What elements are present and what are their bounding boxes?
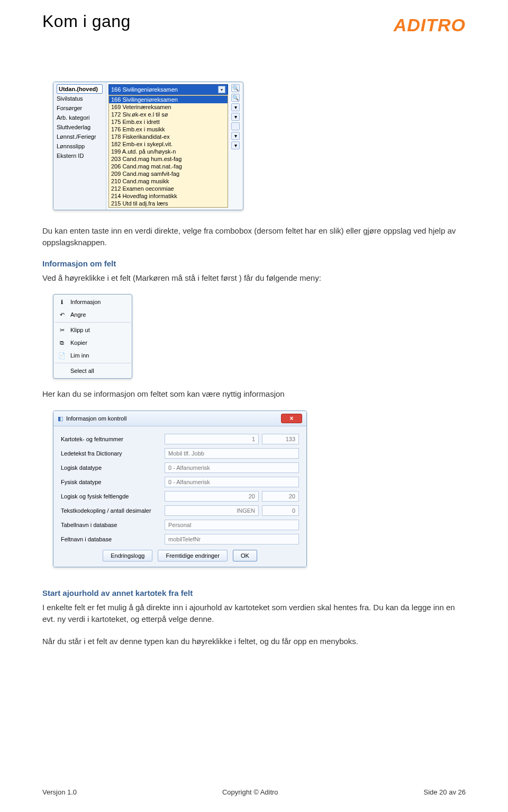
dialog-field-row: Tekstkodekopling / antall desimaler <box>61 505 299 516</box>
combobox-selected-value: 166 Sivilingeniøreksamen <box>111 86 178 93</box>
field-label: Sluttvederlag <box>57 122 103 132</box>
field-side-icons: 🔍 🔍 ▾ ▾ ▾ ▾ <box>231 84 241 149</box>
field-label: Sivilstatus <box>57 94 103 103</box>
close-icon: × <box>289 415 293 422</box>
paragraph: Her kan du se informasjon om feltet som … <box>42 388 466 400</box>
menu-separator <box>55 363 131 363</box>
combobox-option[interactable]: 172 Siv.øk-ex e.l til sø <box>109 111 228 118</box>
combobox-option[interactable]: 199 A.utd. på un/høysk-n <box>109 148 228 155</box>
page-header: Kom i gang ADITRO <box>42 16 466 34</box>
combobox-input[interactable]: 166 Sivilingeniøreksamen ▾ <box>108 84 228 95</box>
chevron-down-icon[interactable]: ▾ <box>231 113 240 121</box>
dialog-field-value <box>165 434 259 444</box>
combobox-option[interactable]: 178 Fiskerikandidat-ex <box>109 133 228 140</box>
field-labels-column: Utdan.(hoved)SivilstatusForsørgerArb. ka… <box>53 82 106 210</box>
search-icon[interactable]: 🔍 <box>231 94 240 102</box>
fremtidige-endringer-button[interactable]: Fremtidige endringer <box>158 550 228 561</box>
dialog-title: Informasjon om kontroll <box>66 415 126 422</box>
lim-inn-icon: 📄 <box>58 351 66 360</box>
menu-separator <box>55 322 131 323</box>
combobox-option[interactable]: 176 Emb.ex i musikk <box>109 126 228 133</box>
dialog-field-label: Fysisk datatype <box>61 479 161 485</box>
select-all-icon <box>58 367 66 375</box>
context-menu-item-label: Lim inn <box>70 352 89 359</box>
ok-button[interactable]: OK <box>233 550 257 561</box>
context-menu-item-label: Angre <box>70 311 86 318</box>
section-heading: Informasjon om felt <box>42 259 466 268</box>
dialog-field-value <box>165 534 299 545</box>
context-menu-item[interactable]: ⧉Kopier <box>55 336 131 349</box>
dialog-field-value <box>165 477 299 487</box>
field-label: Ekstern ID <box>57 151 103 160</box>
combobox-option[interactable]: 214 Hovedfag informatikk <box>109 192 228 200</box>
dialog-field-value <box>165 462 299 473</box>
combobox-option[interactable]: 215 Utd til adj.fra lærs <box>109 200 228 207</box>
endringslogg-button[interactable]: Endringslogg <box>103 550 152 561</box>
combobox-dropdown-button[interactable]: ▾ <box>218 86 225 93</box>
context-menu-item-label: Informasjon <box>70 299 101 305</box>
dialog-field-row: Feltnavn i database <box>61 534 299 545</box>
combobox-option[interactable]: 210 Cand.mag musikk <box>109 177 228 185</box>
dialog-titlebar: ◧ Informasjon om kontroll × <box>53 411 306 426</box>
combobox-dropdown-list: 166 Sivilingeniøreksamen169 Veterinæreks… <box>108 95 228 208</box>
field-info-dialog: ◧ Informasjon om kontroll × Kartotek- og… <box>53 411 307 567</box>
combobox-option[interactable]: 175 Emb.ex i idrett <box>109 118 228 126</box>
dialog-field-row: Kartotek- og feltnummer <box>61 434 299 444</box>
page-footer: Versjon 1.0 Copyright © Aditro Side 20 a… <box>42 788 466 796</box>
search-icon[interactable]: 🔍 <box>231 84 240 92</box>
dialog-field-row: Tabellnavn i database <box>61 520 299 530</box>
paragraph: Når du står i et felt av denne typen kan… <box>42 636 466 647</box>
kopier-icon: ⧉ <box>58 338 66 347</box>
dialog-field-value <box>165 520 299 530</box>
paragraph: Du kan enten taste inn en verdi direkte,… <box>42 225 466 248</box>
context-menu-item[interactable]: ✂Klipp ut <box>55 324 131 336</box>
context-menu-item[interactable]: Select all <box>55 364 131 377</box>
dialog-field-value <box>262 434 299 444</box>
field-label: Arb. kategori <box>57 113 103 122</box>
combobox-option[interactable]: 182 Emb-ex i sykepl.vit. <box>109 140 228 148</box>
dialog-field-value <box>165 505 259 516</box>
field-label: Forsørger <box>57 103 103 113</box>
dialog-field-value <box>262 505 299 516</box>
dialog-field-row: Ledetekst fra Dictionary <box>61 448 299 459</box>
context-menu-item[interactable]: 📄Lim inn <box>55 349 131 362</box>
dialog-field-row: Logisk og fysisk feltlengde <box>61 491 299 502</box>
dialog-button-row: EndringsloggFremtidige endringerOK <box>61 550 299 561</box>
dialog-field-value <box>262 491 299 502</box>
combobox-example: Utdan.(hoved)SivilstatusForsørgerArb. ka… <box>53 82 243 210</box>
dialog-field-label: Logisk og fysisk feltlengde <box>61 493 161 499</box>
combobox-option[interactable]: 166 Sivilingeniøreksamen <box>109 96 228 103</box>
dialog-field-row: Logisk datatype <box>61 462 299 473</box>
close-button[interactable]: × <box>281 414 302 423</box>
dialog-field-value <box>165 491 259 502</box>
footer-page-number: Side 20 av 26 <box>423 788 466 796</box>
brand-logo: ADITRO <box>394 16 466 34</box>
paragraph: Ved å høyreklikke i et felt (Markøren må… <box>42 272 466 284</box>
chevron-down-icon[interactable]: ▾ <box>231 141 240 149</box>
dialog-field-label: Tekstkodekopling / antall desimaler <box>61 507 161 514</box>
combobox-option[interactable]: 206 Cand.mag mat.nat.-fag <box>109 163 228 170</box>
dialog-field-label: Ledetekst fra Dictionary <box>61 450 161 457</box>
combobox-option[interactable]: 203 Cand.mag hum.est-fag <box>109 155 228 163</box>
chevron-down-icon[interactable]: ▾ <box>231 103 240 111</box>
dialog-field-value <box>165 448 299 459</box>
dialog-field-label: Tabellnavn i database <box>61 522 161 528</box>
chevron-down-icon[interactable]: ▾ <box>231 132 240 140</box>
combobox-option[interactable]: 209 Cand.mag samfvit-fag <box>109 170 228 177</box>
context-menu-item[interactable]: ↶Angre <box>55 308 131 321</box>
page-title: Kom i gang <box>42 12 131 31</box>
scrollbar-thumb[interactable] <box>231 122 240 130</box>
informasjon-icon: ℹ <box>58 298 66 306</box>
dialog-field-label: Logisk datatype <box>61 465 161 471</box>
klipp-ut-icon: ✂ <box>58 326 66 334</box>
footer-copyright: Copyright © Aditro <box>222 788 278 796</box>
field-label: Utdan.(hoved) <box>57 84 103 94</box>
context-menu-item[interactable]: ℹInformasjon <box>55 296 131 308</box>
paragraph: I enkelte felt er fet mulig å gå direkte… <box>42 602 466 625</box>
combobox-option[interactable]: 212 Examen oeconmiae <box>109 185 228 192</box>
dialog-field-label: Kartotek- og feltnummer <box>61 436 161 442</box>
dialog-field-row: Fysisk datatype <box>61 477 299 487</box>
dialog-body: Kartotek- og feltnummerLedetekst fra Dic… <box>53 426 306 567</box>
combobox-option[interactable]: 169 Veterinæreksamen <box>109 103 228 111</box>
context-menu: ℹInformasjon↶Angre✂Klipp ut⧉Kopier📄Lim i… <box>53 294 132 379</box>
